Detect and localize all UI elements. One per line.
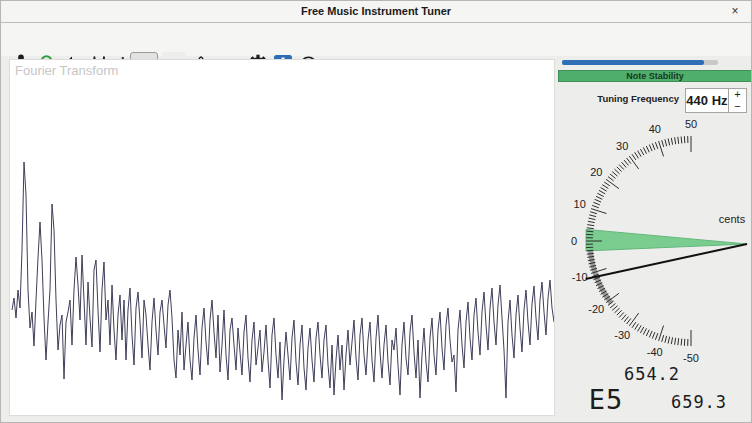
svg-text:cents: cents [719, 213, 746, 225]
level-progress-fill [562, 60, 704, 65]
tuning-frequency-label: Tuning Frequency [557, 93, 679, 104]
note-stability-bar: Note Stability [558, 70, 752, 82]
current-frequency-readout: 654.2 [602, 364, 702, 384]
svg-text:-20: -20 [588, 303, 604, 315]
spectrum-plot [10, 60, 554, 415]
level-progress-bar [562, 60, 718, 65]
cents-gauge: -50-40-30-20-1001020304050cents [557, 109, 752, 369]
svg-text:-40: -40 [647, 346, 663, 358]
close-icon[interactable]: × [727, 4, 743, 20]
svg-text:-30: -30 [614, 329, 630, 341]
svg-text:30: 30 [616, 140, 628, 152]
note-stability-label: Note Stability [626, 71, 684, 81]
toolbar: dB |F| μ [1, 23, 751, 56]
svg-text:0: 0 [571, 235, 577, 247]
reference-frequency-readout: 659.3 [649, 392, 749, 412]
spectrum-line [12, 162, 554, 400]
note-name-readout: E5 [584, 384, 628, 415]
svg-text:-50: -50 [683, 352, 699, 364]
svg-text:50: 50 [685, 118, 697, 130]
window-title: Free Music Instrument Tuner [1, 5, 751, 17]
svg-text:40: 40 [649, 123, 661, 135]
svg-text:20: 20 [590, 166, 602, 178]
svg-text:-10: -10 [572, 271, 588, 283]
increment-button[interactable]: + [729, 89, 746, 101]
svg-text:10: 10 [574, 198, 586, 210]
fourier-chart-panel: Fourier Transform [9, 59, 555, 416]
titlebar: Free Music Instrument Tuner × [1, 1, 751, 23]
app-window: Free Music Instrument Tuner × dB [0, 0, 752, 423]
